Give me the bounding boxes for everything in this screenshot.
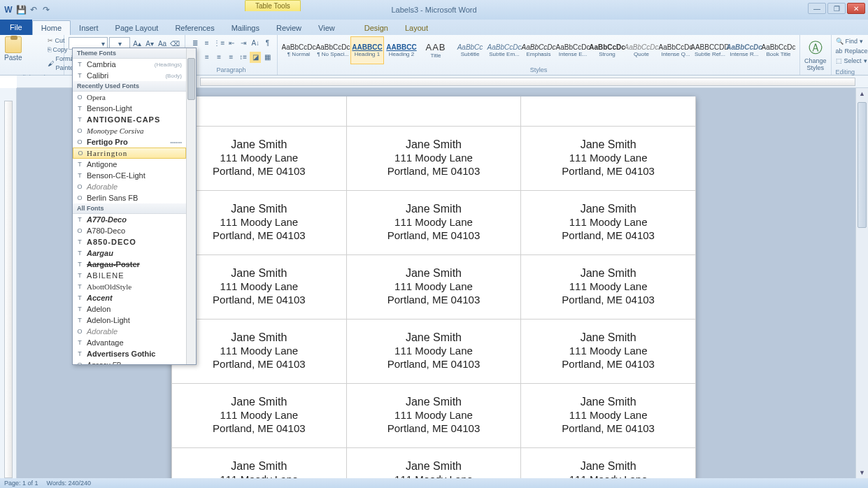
- line-spacing-button[interactable]: ↕≡: [238, 52, 248, 63]
- replace-button[interactable]: abReplace: [836, 46, 867, 56]
- font-dropdown[interactable]: Theme Fonts TCambria(Headings)TCalibri(B…: [72, 48, 197, 365]
- save-icon[interactable]: 💾: [15, 4, 27, 15]
- references-tab[interactable]: References: [166, 21, 222, 35]
- minimize-button[interactable]: —: [808, 3, 826, 14]
- font-option[interactable]: TCalibri(Body): [73, 70, 186, 81]
- mailings-tab[interactable]: Mailings: [223, 21, 268, 35]
- home-tab[interactable]: Home: [32, 20, 71, 35]
- file-tab[interactable]: File: [0, 20, 32, 35]
- label-cell[interactable]: Jane Smith111 Moody LanePortland, ME 041…: [521, 447, 696, 478]
- label-cell[interactable]: [346, 96, 521, 126]
- design-tab[interactable]: Design: [356, 21, 397, 35]
- font-option[interactable]: TAntigone: [73, 159, 186, 170]
- font-option[interactable]: TA770-Deco: [73, 214, 186, 225]
- style-item[interactable]: AaBbCcDcIntense Q...: [659, 36, 692, 64]
- vertical-ruler[interactable]: [0, 88, 17, 478]
- style-item[interactable]: AaBbCcDcQuote: [625, 36, 658, 64]
- label-cell[interactable]: Jane Smith111 Moody LanePortland, ME 041…: [172, 254, 347, 319]
- font-option[interactable]: OOpera: [73, 92, 186, 103]
- view-tab[interactable]: View: [310, 21, 343, 35]
- label-cell[interactable]: [521, 96, 696, 126]
- page-status[interactable]: Page: 1 of 1: [4, 480, 38, 487]
- font-option[interactable]: TAdvertisers Gothic: [73, 348, 186, 359]
- font-option[interactable]: TBenson-CE-Light: [73, 170, 186, 181]
- font-option[interactable]: TABILENE: [73, 270, 186, 281]
- font-option[interactable]: TAdelon-Light: [73, 315, 186, 326]
- label-cell[interactable]: Jane Smith111 Moody LanePortland, ME 041…: [172, 126, 347, 190]
- font-option[interactable]: TAargau-Poster: [73, 259, 186, 270]
- font-option[interactable]: OHarrington: [73, 148, 186, 159]
- scroll-down-icon[interactable]: ▼: [856, 467, 868, 478]
- increase-indent-button[interactable]: ⇥: [239, 37, 249, 48]
- style-item[interactable]: AaBbCcDcIntense E...: [556, 36, 590, 64]
- style-item[interactable]: AaBbCcSubtitle: [453, 36, 487, 64]
- font-option[interactable]: OA780-Deco: [73, 225, 186, 236]
- font-option[interactable]: TANTIGONE-CAPS: [73, 114, 186, 125]
- label-cell[interactable]: Jane Smith111 Moody LanePortland, ME 041…: [346, 447, 521, 478]
- review-tab[interactable]: Review: [268, 21, 310, 35]
- restore-button[interactable]: ❐: [827, 3, 846, 14]
- label-cell[interactable]: Jane Smith111 Moody LanePortland, ME 041…: [346, 126, 521, 190]
- redo-icon[interactable]: ↷: [41, 4, 52, 15]
- style-item[interactable]: AABBCCDDSubtle Ref...: [693, 36, 727, 64]
- font-option[interactable]: TAbottOldStyle: [73, 281, 186, 292]
- document-page[interactable]: Jane Smith111 Moody LanePortland, ME 041…: [171, 96, 696, 478]
- label-cell[interactable]: Jane Smith111 Moody LanePortland, ME 041…: [521, 190, 696, 254]
- label-cell[interactable]: Jane Smith111 Moody LanePortland, ME 041…: [521, 383, 696, 447]
- page-layout-tab[interactable]: Page Layout: [107, 21, 167, 35]
- font-option[interactable]: TAargau: [73, 247, 186, 259]
- font-option[interactable]: TA850-DECO: [73, 236, 186, 247]
- style-item[interactable]: AaBbCcDcStrong: [590, 36, 624, 64]
- font-option[interactable]: OAgency FB: [73, 359, 186, 364]
- style-item[interactable]: AABBCCHeading 2: [385, 36, 418, 64]
- vertical-scrollbar[interactable]: ▲ ▼: [855, 88, 868, 478]
- select-button[interactable]: ⬚Select ▾: [836, 56, 867, 66]
- label-cell[interactable]: Jane Smith111 Moody LanePortland, ME 041…: [172, 383, 347, 447]
- label-cell[interactable]: Jane Smith111 Moody LanePortland, ME 041…: [346, 254, 521, 319]
- style-item[interactable]: AaBbCcDcSubtle Em...: [488, 36, 521, 64]
- shading-button[interactable]: ◪: [250, 52, 260, 63]
- font-option[interactable]: TBenson-Light: [73, 103, 186, 114]
- paste-button[interactable]: Paste: [4, 36, 22, 73]
- align-center-button[interactable]: ≡: [201, 52, 212, 63]
- font-option[interactable]: OFertigo Pro••••••: [73, 136, 186, 148]
- label-cell[interactable]: Jane Smith111 Moody LanePortland, ME 041…: [521, 319, 696, 383]
- label-cell[interactable]: Jane Smith111 Moody LanePortland, ME 041…: [521, 254, 696, 319]
- style-item[interactable]: AaBbCcDcEmphasis: [522, 36, 555, 64]
- bullets-button[interactable]: ≣: [190, 37, 200, 48]
- multilevel-button[interactable]: ⋮≡: [213, 37, 225, 48]
- font-option[interactable]: OAdorable: [73, 181, 186, 192]
- close-button[interactable]: ✕: [847, 3, 865, 14]
- font-option[interactable]: TAdelon: [73, 303, 186, 315]
- justify-button[interactable]: ≡: [226, 52, 236, 63]
- label-cell[interactable]: Jane Smith111 Moody LanePortland, ME 041…: [346, 319, 521, 383]
- style-item[interactable]: AaBbCcDcIntense R...: [727, 36, 761, 64]
- font-option[interactable]: OMonotype Corsiva: [73, 125, 186, 136]
- font-option[interactable]: TAccent: [73, 292, 186, 303]
- decrease-indent-button[interactable]: ⇤: [226, 37, 236, 48]
- style-item[interactable]: AaBbCcDcBook Title: [762, 36, 795, 64]
- font-option[interactable]: TCambria(Headings): [73, 59, 186, 70]
- label-cell[interactable]: Jane Smith111 Moody LanePortland, ME 041…: [172, 190, 347, 254]
- label-cell[interactable]: Jane Smith111 Moody LanePortland, ME 041…: [172, 447, 347, 478]
- font-option[interactable]: TAdvantage: [73, 337, 186, 348]
- style-item[interactable]: AaBbCcDc¶ No Spaci...: [316, 36, 350, 64]
- scroll-up-icon[interactable]: ▲: [856, 88, 868, 99]
- change-styles-button[interactable]: Ⓐ Change Styles: [800, 35, 832, 75]
- align-right-button[interactable]: ≡: [214, 52, 225, 63]
- word-count[interactable]: Words: 240/240: [47, 480, 91, 487]
- borders-button[interactable]: ▦: [262, 52, 273, 63]
- scroll-thumb[interactable]: [858, 102, 867, 228]
- label-cell[interactable]: Jane Smith111 Moody LanePortland, ME 041…: [346, 383, 521, 447]
- font-dropdown-scrollbar[interactable]: [186, 48, 196, 364]
- style-item[interactable]: AABTitle: [419, 36, 453, 64]
- sort-button[interactable]: A↓: [250, 37, 261, 48]
- font-option[interactable]: OBerlin Sans FB: [73, 192, 186, 203]
- font-option[interactable]: OAdorable: [73, 326, 186, 337]
- label-cell[interactable]: Jane Smith111 Moody LanePortland, ME 041…: [521, 126, 696, 190]
- find-button[interactable]: 🔍Find ▾: [836, 36, 867, 46]
- label-cell[interactable]: Jane Smith111 Moody LanePortland, ME 041…: [172, 319, 347, 383]
- style-item[interactable]: AABBCCHeading 1: [350, 36, 384, 64]
- show-marks-button[interactable]: ¶: [262, 37, 273, 48]
- label-cell[interactable]: Jane Smith111 Moody LanePortland, ME 041…: [346, 190, 521, 254]
